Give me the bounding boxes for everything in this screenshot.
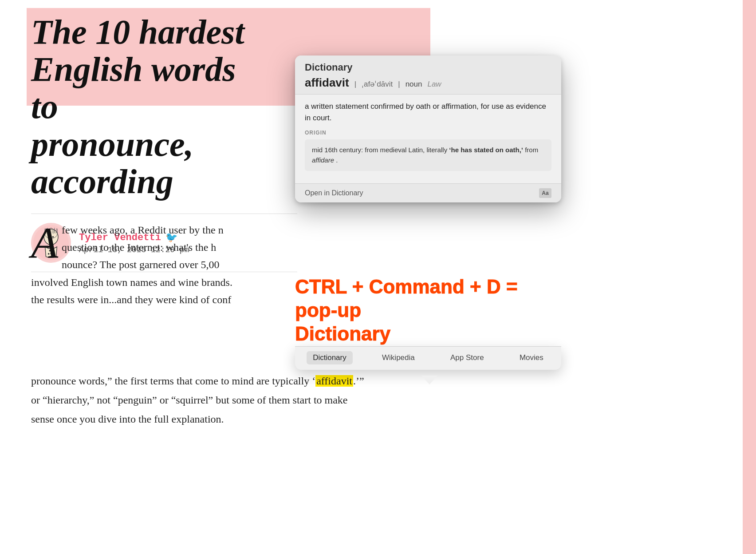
tab-app-store[interactable]: App Store — [444, 351, 490, 364]
dict-tabs-bar: Dictionary Wikipedia App Store Movies — [295, 346, 561, 370]
title-line1: The 10 hardest English words to — [31, 12, 244, 126]
body-text-lower-1b: .’” — [353, 375, 364, 387]
dict-footer: Open in Dictionary Aa — [295, 183, 561, 202]
title-line2: pronounce, according — [31, 125, 193, 201]
dict-separator1: | — [354, 80, 356, 89]
article-body: A few weeks ago, a Reddit user by the n … — [31, 222, 297, 308]
right-stripe — [743, 0, 756, 554]
body-text-lower-2: or “hierarchy,” not “penguin” or “squirr… — [31, 394, 348, 406]
open-in-dictionary-link[interactable]: Open in Dictionary — [305, 189, 363, 197]
highlighted-word: affidavit — [315, 375, 353, 387]
shortcut-overlay: CTRL + Command + D = pop-up Dictionary — [295, 275, 561, 345]
body-text-5: the results were in...and they were kind… — [31, 294, 231, 305]
body-text-3: nounce? The post garnered over 5,00 — [62, 259, 219, 270]
dictionary-popup: Dictionary affidavit | ˌafəˈdāvit | noun… — [295, 55, 561, 202]
dict-definition: a written statement confirmed by oath or… — [305, 101, 551, 123]
tab-movies[interactable]: Movies — [513, 351, 550, 364]
dict-body: a written statement confirmed by oath or… — [295, 95, 561, 183]
dict-separator2: | — [398, 80, 400, 89]
shortcut-line2: Dictionary — [295, 322, 561, 346]
dict-word: affidavit — [305, 76, 349, 90]
drop-cap: A — [31, 226, 58, 260]
shortcut-text: CTRL + Command + D = pop-up Dictionary — [295, 275, 561, 345]
dict-header: Dictionary affidavit | ˌafəˈdāvit | noun… — [295, 55, 561, 95]
body-text-4: involved English town names and wine bra… — [31, 277, 232, 288]
dict-pronunciation: ˌafəˈdāvit — [362, 79, 393, 89]
dict-origin-bold: ‘he has stated on oath,’ — [449, 146, 523, 154]
tab-dictionary[interactable]: Dictionary — [307, 351, 353, 364]
shortcut-line1: CTRL + Command + D = pop-up — [295, 275, 561, 322]
dict-origin-text: mid 16th century: from medieval Latin, l… — [312, 145, 544, 166]
dictionary-aa-icon: Aa — [539, 188, 551, 198]
article-title: The 10 hardest English words to pronounc… — [31, 13, 271, 200]
article-body-lower: pronounce words,” the first terms that c… — [31, 373, 475, 428]
dict-origin-label: ORIGIN — [305, 130, 551, 136]
dict-domain: Law — [427, 80, 441, 89]
tab-wikipedia[interactable]: Wikipedia — [376, 351, 421, 364]
body-text-2: question to the Internet: what's the h — [62, 241, 216, 253]
dict-pos: noun — [406, 80, 422, 89]
divider-top — [31, 214, 297, 214]
body-text-lower-1: pronounce words,” the first terms that c… — [31, 375, 315, 387]
dict-origin-box: mid 16th century: from medieval Latin, l… — [305, 139, 551, 171]
body-text-lower-3: sense once you dive into the full explan… — [31, 413, 224, 425]
dict-word-line: affidavit | ˌafəˈdāvit | noun Law — [305, 76, 551, 90]
dict-popup-title: Dictionary — [305, 62, 551, 73]
body-text-1: few weeks ago, a Reddit user by the n — [62, 224, 224, 236]
dict-origin-italic: affidare — [312, 156, 334, 164]
popup-tail — [421, 376, 437, 384]
